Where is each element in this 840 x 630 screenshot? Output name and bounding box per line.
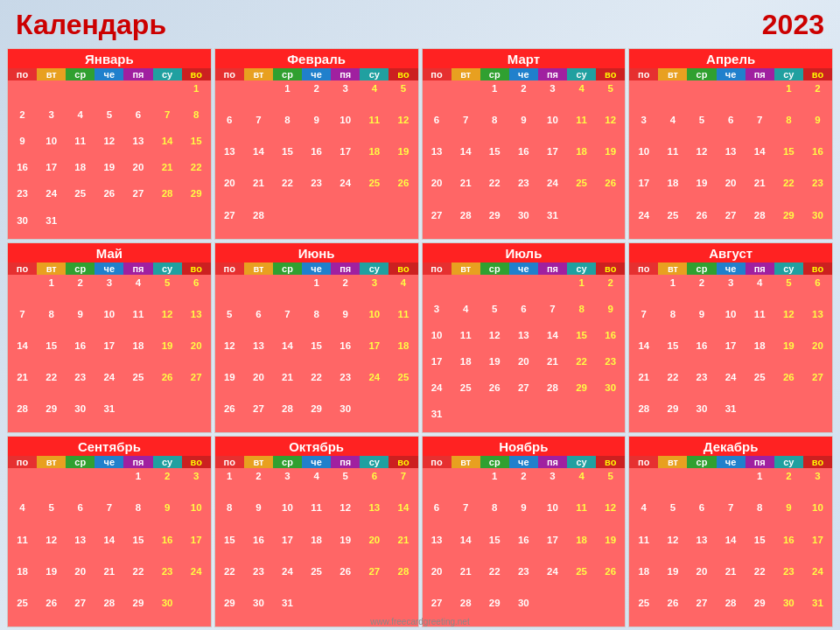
day-cell: 25 <box>658 207 687 239</box>
day-cell: 18 <box>567 532 596 564</box>
day-cell: 6 <box>423 500 452 531</box>
day-cell: 8 <box>774 112 803 144</box>
day-cell: 22 <box>302 369 331 401</box>
day-header-mo: по <box>8 262 37 275</box>
day-cell: 23 <box>509 564 538 595</box>
day-cell: 9 <box>509 500 538 531</box>
day-header-fr: пя <box>331 456 360 468</box>
day-cell: 27 <box>687 595 716 626</box>
day-cell: 8 <box>37 306 66 338</box>
day-cell: 3 <box>360 275 388 306</box>
day-cell: 13 <box>717 144 746 175</box>
day-empty <box>8 80 37 107</box>
day-cell: 30 <box>687 401 716 432</box>
day-cell: 25 <box>567 564 596 595</box>
day-cell: 21 <box>538 354 567 380</box>
day-headers: повтсрчепясуво <box>8 456 211 468</box>
day-header-fr: пя <box>538 68 567 80</box>
day-cell: 12 <box>774 306 803 338</box>
day-cell: 17 <box>717 338 746 369</box>
day-cell: 22 <box>273 175 302 206</box>
day-cell: 26 <box>388 175 417 206</box>
day-cell: 28 <box>538 380 567 406</box>
days-grid: 1234567891011121314151617181920212223242… <box>423 468 626 626</box>
day-cell: 5 <box>687 112 716 144</box>
day-cell: 2 <box>244 468 273 500</box>
day-empty <box>687 468 716 500</box>
day-cell: 5 <box>658 500 687 531</box>
day-header-sa: су <box>153 68 182 80</box>
day-cell: 24 <box>360 369 388 401</box>
day-header-fr: пя <box>331 262 360 275</box>
day-header-tu: вт <box>658 68 687 80</box>
day-empty <box>8 468 37 500</box>
month-block: Июньповтсрчепясуво1234567891011121314151… <box>214 242 419 434</box>
day-cell: 26 <box>331 564 360 595</box>
day-cell: 19 <box>596 144 625 175</box>
day-header-sa: су <box>774 68 803 80</box>
day-cell: 13 <box>360 500 388 531</box>
day-cell: 27 <box>717 207 746 239</box>
day-header-we: ср <box>687 262 716 275</box>
day-cell: 18 <box>746 338 774 369</box>
day-cell: 10 <box>37 133 66 159</box>
day-cell: 7 <box>388 468 417 500</box>
day-cell: 22 <box>774 175 803 206</box>
day-cell: 7 <box>717 500 746 531</box>
day-cell: 29 <box>37 401 66 432</box>
day-cell: 2 <box>302 80 331 112</box>
day-header-we: ср <box>273 68 302 80</box>
day-header-th: че <box>509 456 538 468</box>
day-cell: 25 <box>388 369 417 401</box>
day-empty <box>37 468 66 500</box>
day-cell: 1 <box>215 468 244 500</box>
month-title: Март <box>423 49 626 68</box>
day-cell: 28 <box>8 401 37 432</box>
day-cell: 15 <box>658 338 687 369</box>
day-cell: 5 <box>153 275 182 306</box>
day-empty <box>509 275 538 301</box>
day-cell: 24 <box>538 175 567 206</box>
day-header-su: во <box>388 456 417 468</box>
day-cell: 19 <box>658 564 687 595</box>
day-cell: 26 <box>215 401 244 432</box>
day-cell: 29 <box>480 595 509 626</box>
day-cell: 8 <box>746 500 774 531</box>
month-block: Февральповтсрчепясуво1234567891011121314… <box>214 48 419 240</box>
day-cell: 10 <box>538 500 567 531</box>
day-headers: повтсрчепясуво <box>8 262 211 275</box>
day-cell: 3 <box>273 468 302 500</box>
day-headers: повтсрчепясуво <box>629 68 832 80</box>
day-header-th: че <box>302 456 331 468</box>
day-headers: повтсрчепясуво <box>423 68 626 80</box>
day-empty <box>629 80 658 112</box>
day-cell: 29 <box>480 207 509 239</box>
day-cell: 10 <box>331 112 360 144</box>
day-header-mo: по <box>423 262 452 275</box>
day-cell: 26 <box>774 369 803 401</box>
day-cell: 17 <box>37 159 66 186</box>
days-grid: 1234567891011121314151617181920212223242… <box>8 468 211 626</box>
day-cell: 9 <box>244 500 273 531</box>
day-empty <box>66 468 94 500</box>
day-cell: 23 <box>687 369 716 401</box>
day-cell: 6 <box>717 112 746 144</box>
day-header-mo: по <box>629 456 658 468</box>
day-cell: 25 <box>360 175 388 206</box>
day-header-we: ср <box>687 68 716 80</box>
day-cell: 20 <box>717 175 746 206</box>
day-cell: 29 <box>123 595 152 626</box>
day-cell: 25 <box>452 380 480 406</box>
day-cell: 18 <box>388 338 417 369</box>
day-cell: 22 <box>567 354 596 380</box>
day-cell: 6 <box>360 468 388 500</box>
day-header-mo: по <box>215 456 244 468</box>
day-header-we: ср <box>480 456 509 468</box>
month-block: Октябрьповтсрчепясуво1234567891011121314… <box>214 436 419 627</box>
day-cell: 3 <box>423 301 452 327</box>
day-cell: 4 <box>567 80 596 112</box>
day-headers: повтсрчепясуво <box>215 456 418 468</box>
day-cell: 3 <box>629 112 658 144</box>
day-header-su: во <box>803 262 832 275</box>
day-cell: 21 <box>452 564 480 595</box>
